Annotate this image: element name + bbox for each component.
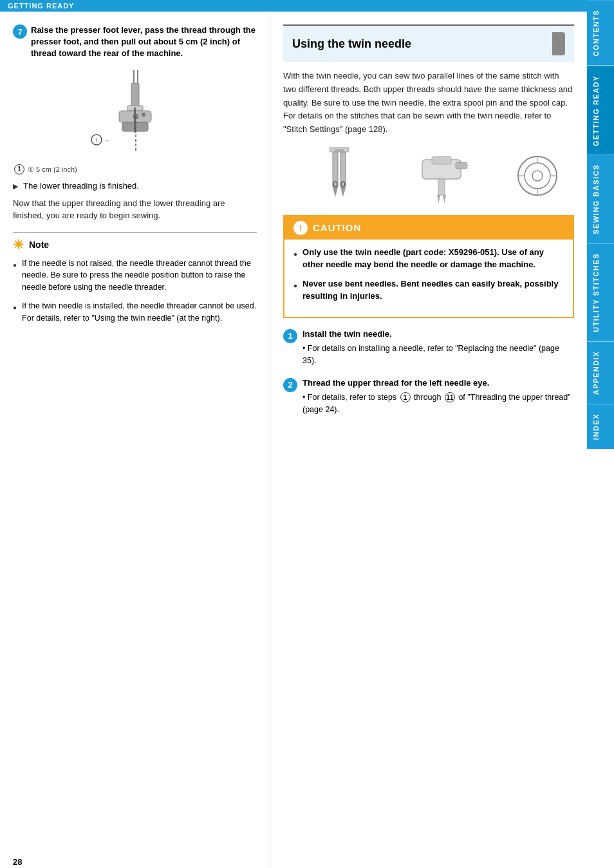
right-step-2-main: Thread the upper thread for the left nee…	[302, 377, 574, 389]
spool-cap-svg	[515, 153, 560, 198]
sidebar: CONTENTS GETTING READY SEWING BASICS UTI…	[587, 0, 614, 868]
sidebar-tab-sewing-basics[interactable]: SEWING BASICS	[587, 155, 614, 243]
twin-needle-illustrations	[283, 147, 574, 205]
step-7-badge: 7	[13, 24, 27, 39]
caution-triangle-icon: !	[293, 221, 308, 235]
note-list: If the needle is not raised, the needle …	[13, 258, 257, 325]
right-step-1: 1 Install the twin needle. For details o…	[283, 328, 574, 367]
svg-rect-13	[142, 113, 145, 117]
svg-rect-23	[432, 156, 451, 164]
svg-point-30	[532, 171, 543, 181]
section-title-text: Using the twin needle	[292, 37, 411, 51]
svg-marker-26	[437, 195, 440, 203]
section-header: GETTING READY	[0, 0, 614, 12]
right-step-2-content: Thread the upper thread for the left nee…	[302, 377, 574, 416]
right-step-2-sub: For details, refer to steps 1 through 11…	[302, 392, 574, 416]
caution-item-2: Never use bent needles. Bent needles can…	[293, 278, 564, 303]
section-header-text: GETTING READY	[8, 2, 74, 10]
section-title-tab	[552, 32, 565, 55]
circle-ref-1: 1	[400, 392, 411, 402]
svg-rect-24	[456, 162, 467, 169]
sidebar-tab-index[interactable]: INDEX	[587, 404, 614, 449]
page-container: 7 Raise the presser foot lever, pass the…	[0, 12, 614, 868]
circle-1: 1	[14, 164, 24, 175]
svg-rect-2	[131, 83, 139, 109]
caution-list: Only use the twin needle (part code: X59…	[293, 246, 564, 303]
illustration-caption: 1 ① 5 cm (2 inch)	[13, 164, 257, 175]
caution-box: ! CAUTION Only use the twin needle (part…	[283, 215, 574, 318]
svg-text:1: 1	[95, 137, 98, 144]
right-step-1-badge: 1	[283, 329, 297, 343]
right-step-1-sub: For details on installing a needle, refe…	[302, 343, 574, 367]
content-area: 7 Raise the presser foot lever, pass the…	[0, 12, 587, 868]
svg-marker-27	[443, 195, 446, 203]
caution-title-text: CAUTION	[313, 222, 361, 233]
svg-rect-21	[335, 149, 344, 152]
page-number: 28	[13, 857, 22, 867]
sidebar-tab-contents[interactable]: CONTENTS	[587, 0, 614, 66]
caution-header: ! CAUTION	[284, 216, 573, 240]
right-step-1-main: Install the twin needle.	[302, 328, 574, 340]
note-item-1: If the needle is not raised, the needle …	[13, 258, 257, 294]
note-icon: ✳	[13, 237, 24, 252]
step-7-text: Raise the presser foot lever, pass the t…	[31, 24, 257, 60]
left-column: 7 Raise the presser foot lever, pass the…	[0, 12, 270, 868]
threading-finished-note: The lower threading is finished.	[13, 181, 257, 191]
sidebar-tab-getting-ready[interactable]: GETTING READY	[587, 66, 614, 155]
right-column: Using the twin needle With the twin need…	[270, 12, 587, 868]
note-box: ✳ Note If the needle is not raised, the …	[13, 232, 257, 325]
svg-marker-17	[333, 187, 338, 197]
svg-rect-25	[438, 179, 445, 195]
intro-paragraph: With the twin needle, you can sew two pa…	[283, 70, 574, 137]
step-7: 7 Raise the presser foot lever, pass the…	[13, 24, 257, 60]
needle-holder-svg	[409, 147, 487, 205]
section-title: Using the twin needle	[283, 24, 574, 62]
right-step-1-content: Install the twin needle. For details on …	[302, 328, 574, 367]
body-paragraph: Now that the upper threading and the low…	[13, 197, 257, 222]
svg-point-29	[525, 163, 550, 189]
note-title: ✳ Note	[13, 233, 257, 252]
sidebar-tab-utility-stitches[interactable]: UTILITY STITCHES	[587, 243, 614, 341]
twin-needle-svg	[297, 147, 381, 205]
caution-item-1: Only use the twin needle (part code: X59…	[293, 246, 564, 271]
right-step-2: 2 Thread the upper thread for the left n…	[283, 377, 574, 416]
svg-marker-18	[340, 187, 346, 197]
right-step-2-badge: 2	[283, 378, 297, 392]
presser-foot-svg: 1 ←	[77, 70, 193, 154]
sidebar-tab-appendix[interactable]: APPENDIX	[587, 341, 614, 404]
circle-ref-11: 11	[445, 392, 455, 402]
note-item-2: If the twin needle is installed, the nee…	[13, 300, 257, 325]
presser-foot-illustration: 1 ←	[13, 70, 257, 154]
svg-text:←: ←	[104, 137, 110, 144]
